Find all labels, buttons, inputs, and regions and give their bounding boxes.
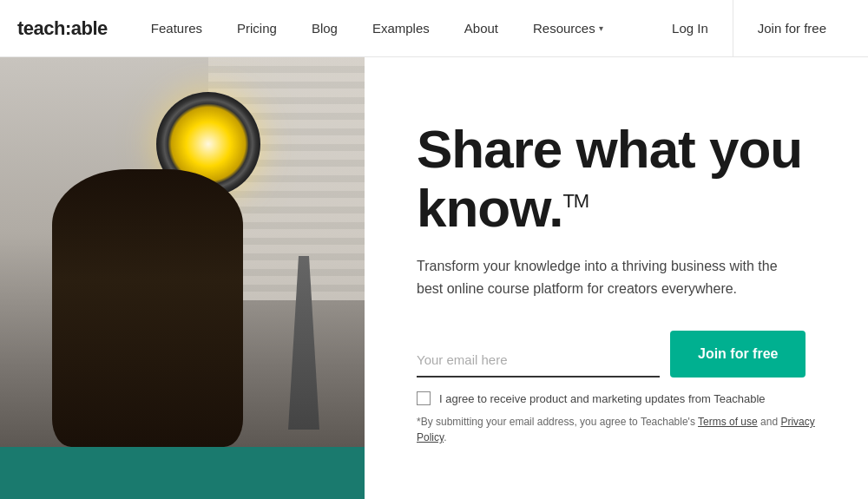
heading-line2: know. — [417, 178, 562, 238]
consent-row: I agree to receive product and marketing… — [417, 391, 816, 405]
fine-print-after: . — [444, 431, 446, 443]
hero-subtext: Transform your knowledge into a thriving… — [417, 255, 781, 299]
consent-label: I agree to receive product and marketing… — [439, 392, 766, 405]
hero-section: Share what you know.TM Transform your kn… — [0, 57, 868, 499]
join-hero-button[interactable]: Join for free — [670, 331, 806, 378]
nav-resources[interactable]: Resources ▾ — [516, 0, 621, 57]
nav-about[interactable]: About — [447, 0, 516, 57]
trademark: TM — [562, 190, 589, 212]
fine-print-before: *By submitting your email address, you a… — [417, 416, 698, 428]
nav-actions: Log In Join for free — [648, 0, 851, 57]
and-text: and — [758, 416, 781, 428]
logo[interactable]: teach:able — [17, 17, 108, 40]
hero-heading: Share what you know.TM — [417, 120, 816, 238]
chevron-down-icon: ▾ — [599, 23, 603, 33]
login-button[interactable]: Log In — [648, 0, 733, 57]
nav-features[interactable]: Features — [134, 0, 220, 57]
nav-blog[interactable]: Blog — [294, 0, 355, 57]
person-silhouette — [52, 169, 243, 447]
nav-examples[interactable]: Examples — [355, 0, 447, 57]
email-input[interactable] — [417, 344, 660, 378]
main-nav: teach:able Features Pricing Blog Example… — [0, 0, 868, 57]
terms-link[interactable]: Terms of use — [698, 416, 758, 428]
hero-image — [0, 57, 365, 499]
nav-links: Features Pricing Blog Examples About Res… — [134, 0, 648, 57]
fine-print: *By submitting your email address, you a… — [417, 414, 816, 445]
hero-content: Share what you know.TM Transform your kn… — [365, 57, 868, 499]
email-form: Join for free — [417, 331, 816, 378]
resources-label: Resources — [533, 21, 595, 36]
consent-checkbox[interactable] — [417, 391, 431, 405]
teal-bottom-bar — [0, 447, 365, 499]
join-nav-button[interactable]: Join for free — [733, 0, 851, 57]
heading-line1: Share what you — [417, 119, 802, 179]
nav-pricing[interactable]: Pricing — [220, 0, 294, 57]
